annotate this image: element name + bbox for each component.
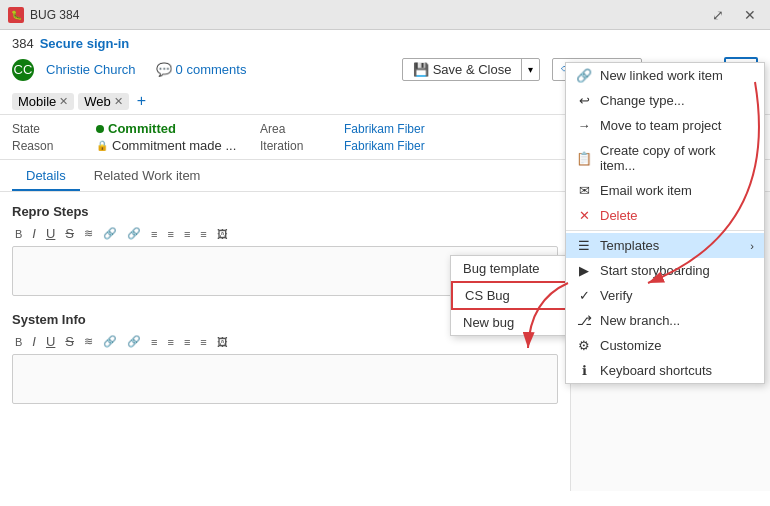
work-item-title: 384 Secure sign-in [12, 36, 758, 51]
sys-image-button[interactable]: 🖼 [214, 335, 231, 349]
tab-related-work-item[interactable]: Related Work item [80, 162, 215, 191]
sys-link-button[interactable]: 🔗 [100, 334, 120, 349]
save-close-label[interactable]: 💾 Save & Close [403, 59, 522, 80]
italic-button[interactable]: I [29, 225, 39, 242]
strikethrough-button[interactable]: S [62, 225, 77, 242]
reason-value[interactable]: 🔒 Commitment made ... [96, 138, 256, 153]
sys-strike-button[interactable]: S [62, 333, 77, 350]
remove-web-tag[interactable]: ✕ [114, 95, 123, 108]
link2-button[interactable]: 🔗 [124, 226, 144, 241]
author-name[interactable]: Christie Church [46, 62, 136, 77]
title-bar-text: BUG 384 [30, 8, 79, 22]
status-dot [96, 125, 104, 133]
image-button[interactable]: 🖼 [214, 227, 231, 241]
change-type-icon: ↩ [576, 93, 592, 108]
start-storyboarding[interactable]: ▶ Start storyboarding [566, 258, 764, 283]
iteration-label: Iteration [260, 139, 340, 153]
area-label: Area [260, 122, 340, 136]
sys-outdent-button[interactable]: ≡ [197, 335, 209, 349]
outdent-button[interactable]: ≡ [197, 227, 209, 241]
move-to-team[interactable]: → Move to team project [566, 113, 764, 138]
add-tag-button[interactable]: + [133, 92, 150, 110]
left-panel: Repro Steps B I U S ≋ 🔗 🔗 ≡ ≡ ≡ ≡ 🖼 Syst… [0, 192, 570, 491]
customize[interactable]: ⚙ Customize [566, 333, 764, 358]
customize-icon: ⚙ [576, 338, 592, 353]
close-button[interactable]: ✕ [738, 5, 762, 25]
work-item-id: 384 [12, 36, 34, 51]
delete-icon: ✕ [576, 208, 592, 223]
title-bar-right: ⤢ ✕ [706, 5, 762, 25]
delete-item[interactable]: ✕ Delete [566, 203, 764, 228]
list2-button[interactable]: ≡ [164, 227, 176, 241]
work-item-name: Secure sign-in [40, 36, 130, 51]
templates-icon: ☰ [576, 238, 592, 253]
repro-steps-title: Repro Steps [12, 204, 558, 219]
title-bar: 🐛 BUG 384 ⤢ ✕ [0, 0, 770, 30]
comment-icon: 💬 [156, 62, 172, 77]
sys-bold-button[interactable]: B [12, 335, 25, 349]
keyboard-shortcuts[interactable]: ℹ Keyboard shortcuts [566, 358, 764, 383]
storyboard-icon: ▶ [576, 263, 592, 278]
repro-steps-toolbar: B I U S ≋ 🔗 🔗 ≡ ≡ ≡ ≡ 🖼 [12, 225, 558, 242]
tag-web: Web ✕ [78, 93, 129, 110]
templates-arrow: › [750, 240, 754, 252]
state-value[interactable]: Committed [96, 121, 256, 136]
templates-item[interactable]: ☰ Templates › [566, 233, 764, 258]
create-copy[interactable]: 📋 Create copy of work item... [566, 138, 764, 178]
email-icon: ✉ [576, 183, 592, 198]
branch-icon: ⎇ [576, 313, 592, 328]
sys-list2-button[interactable]: ≡ [164, 335, 176, 349]
remove-mobile-tag[interactable]: ✕ [59, 95, 68, 108]
format-button[interactable]: ≋ [81, 226, 96, 241]
lock-icon: 🔒 [96, 140, 108, 151]
system-info-editor[interactable] [12, 354, 558, 404]
tab-details[interactable]: Details [12, 162, 80, 191]
list-button[interactable]: ≡ [148, 227, 160, 241]
save-icon: 💾 [413, 62, 429, 77]
underline-button[interactable]: U [43, 225, 58, 242]
avatar: CC [12, 59, 34, 81]
comments-button[interactable]: 💬 0 comments [156, 62, 247, 77]
move-icon: → [576, 118, 592, 133]
sys-italic-button[interactable]: I [29, 333, 39, 350]
state-label: State [12, 122, 92, 136]
sys-underline-button[interactable]: U [43, 333, 58, 350]
verify-icon: ✓ [576, 288, 592, 303]
linked-icon: 🔗 [576, 68, 592, 83]
bold-button[interactable]: B [12, 227, 25, 241]
indent-button[interactable]: ≡ [181, 227, 193, 241]
change-type[interactable]: ↩ Change type... [566, 88, 764, 113]
sys-list-button[interactable]: ≡ [148, 335, 160, 349]
sys-link2-button[interactable]: 🔗 [124, 334, 144, 349]
save-close-button[interactable]: 💾 Save & Close ▾ [402, 58, 540, 81]
expand-button[interactable]: ⤢ [706, 5, 730, 25]
copy-icon: 📋 [576, 151, 592, 166]
title-bar-left: 🐛 BUG 384 [8, 7, 79, 23]
sys-indent-button[interactable]: ≡ [181, 335, 193, 349]
context-menu: 🔗 New linked work item ↩ Change type... … [565, 62, 765, 384]
link-button[interactable]: 🔗 [100, 226, 120, 241]
new-linked-work-item[interactable]: 🔗 New linked work item [566, 63, 764, 88]
email-work-item[interactable]: ✉ Email work item [566, 178, 764, 203]
reason-label: Reason [12, 139, 92, 153]
keyboard-icon: ℹ [576, 363, 592, 378]
save-close-dropdown[interactable]: ▾ [522, 61, 539, 78]
sys-format-button[interactable]: ≋ [81, 334, 96, 349]
bug-icon: 🐛 [8, 7, 24, 23]
new-branch[interactable]: ⎇ New branch... [566, 308, 764, 333]
tag-mobile: Mobile ✕ [12, 93, 74, 110]
verify-item[interactable]: ✓ Verify [566, 283, 764, 308]
divider [566, 230, 764, 231]
